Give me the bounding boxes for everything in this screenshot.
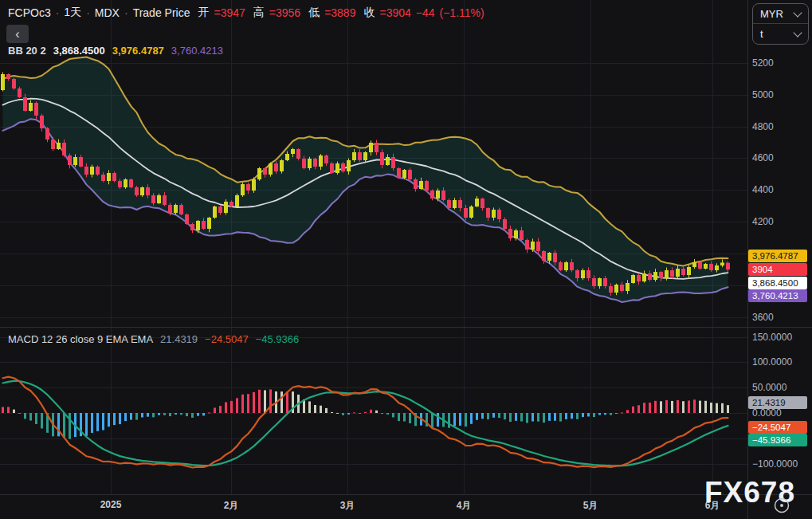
low-label: 低 (308, 6, 320, 20)
bb-basis-value: 3,868.4500 (53, 45, 105, 57)
bb-lower-value: 3,760.4213 (171, 45, 223, 57)
separator-dot: · (86, 6, 90, 19)
separator-dot: · (56, 6, 60, 19)
price-axis-chip: −45.9366 (748, 434, 807, 446)
macd-hist-value: 21.4319 (160, 333, 198, 345)
symbol-bar: FCPOc3 · 1天 · MDX · Trade Price 开=3947 高… (8, 6, 484, 20)
axis-tick-label: 5000 (752, 89, 774, 100)
time-axis-label: 2月 (224, 499, 239, 513)
interval-label[interactable]: 1天 (64, 6, 81, 20)
chevron-down-icon (793, 8, 802, 17)
axis-tick-label: −100.0000 (752, 458, 798, 470)
axis-tick-label: 0.0000 (752, 407, 782, 419)
axis-tick-label: 100.0000 (752, 356, 792, 368)
price-axis-chip: 3,868.4500 (748, 277, 807, 289)
macd-signal-value: −45.9366 (256, 333, 300, 345)
unit-select[interactable]: t (753, 23, 808, 43)
axis-tick-label: 150.0000 (752, 332, 792, 343)
exchange-label: MDX (95, 6, 120, 19)
low-value: =3889 (324, 6, 355, 19)
axis-tick-label: 5200 (752, 57, 774, 69)
time-axis-label: 3月 (340, 499, 355, 513)
change-percent: (−1.11%) (440, 6, 484, 19)
axis-tick-label: 50.0000 (752, 382, 787, 393)
close-value: =3904 (379, 6, 410, 19)
symbol-name[interactable]: FCPOc3 (8, 6, 51, 19)
axis-tick-label: 3600 (752, 312, 774, 323)
price-axis-chip: −24.5047 (748, 421, 807, 434)
currency-select[interactable]: MYR (753, 4, 808, 23)
price-axis-chip: 21.4319 (748, 396, 807, 409)
chart-canvas[interactable] (0, 0, 812, 519)
open-value: =3947 (214, 6, 245, 19)
bollinger-legend[interactable]: BB 20 2 3,868.4500 3,976.4787 3,760.4213 (8, 45, 223, 57)
trading-chart-app: FCPOc3 · 1天 · MDX · Trade Price 开=3947 高… (0, 0, 812, 519)
time-axis-label: 2025 (100, 499, 122, 510)
macd-title: MACD 12 26 close 9 EMA EMA (8, 333, 153, 345)
price-axis-chip: 3,976.4787 (748, 250, 807, 262)
macd-legend[interactable]: MACD 12 26 close 9 EMA EMA 21.4319 −24.5… (8, 333, 299, 345)
price-axis-chip: 3,760.4213 (748, 289, 807, 302)
change-value: −44 (416, 6, 435, 19)
chevron-down-icon (793, 28, 802, 37)
bb-title: BB 20 2 (8, 45, 46, 57)
price-axis-chip: 3904 (748, 263, 807, 276)
chart-unit-controls: MYR t (752, 3, 809, 45)
time-axis-label: 4月 (457, 499, 472, 513)
series-type-label: Trade Price (133, 6, 190, 19)
back-button[interactable]: ‹ (6, 25, 29, 43)
high-label: 高 (253, 6, 265, 20)
scroll-to-latest-icon[interactable] (771, 495, 792, 516)
close-label: 收 (363, 6, 375, 20)
open-label: 开 (198, 6, 209, 20)
unit-value: t (760, 28, 763, 40)
axis-tick-label: 4800 (752, 121, 774, 132)
axis-tick-label: 4600 (752, 152, 774, 163)
axis-tick-label: 4400 (752, 184, 774, 195)
bb-upper-value: 3,976.4787 (112, 45, 164, 57)
axis-tick-label: 4200 (752, 216, 774, 227)
time-axis-label: 5月 (583, 499, 598, 513)
separator-dot: · (124, 6, 128, 19)
high-value: =3956 (269, 6, 300, 19)
macd-line-value: −24.5047 (205, 333, 249, 345)
currency-value: MYR (760, 8, 783, 20)
chevron-left-icon: ‹ (15, 28, 19, 41)
